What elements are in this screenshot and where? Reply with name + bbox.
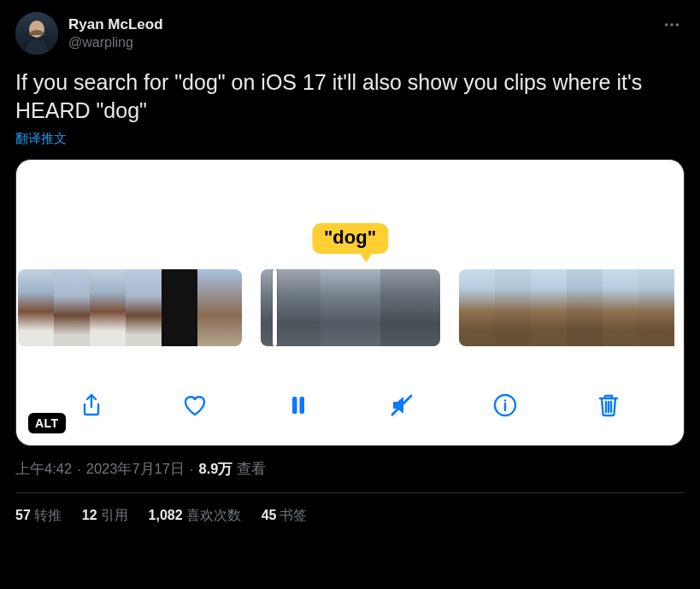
svg-point-4 <box>676 23 679 27</box>
svg-rect-5 <box>292 397 297 414</box>
thumb <box>567 269 603 346</box>
user-handle[interactable]: @warpling <box>68 34 163 50</box>
avatar[interactable] <box>15 12 58 55</box>
svg-point-9 <box>503 399 506 402</box>
pause-icon[interactable] <box>283 390 314 421</box>
likes-stat[interactable]: 1,082喜欢次数 <box>149 507 241 525</box>
thumb <box>18 269 54 346</box>
more-icon[interactable] <box>659 12 685 41</box>
retweets-stat[interactable]: 57转推 <box>15 507 62 525</box>
svg-point-2 <box>665 23 668 27</box>
clip-group-1[interactable] <box>18 269 242 346</box>
svg-point-3 <box>670 23 674 27</box>
svg-rect-6 <box>300 397 305 414</box>
display-name[interactable]: Ryan McLeod <box>68 16 163 33</box>
thumb <box>459 269 495 346</box>
share-icon[interactable] <box>76 390 107 421</box>
stats-row: 57转推 12引用 1,082喜欢次数 45书签 <box>15 493 685 525</box>
tweet-meta: 上午4:42 · 2023年7月17日 · 8.9万 查看 <box>15 460 685 479</box>
thumb <box>495 269 531 346</box>
tweet-time[interactable]: 上午4:42 <box>15 460 72 479</box>
meta-sep: · <box>77 462 81 478</box>
mute-icon[interactable] <box>386 390 417 421</box>
media-toolbar <box>16 380 684 430</box>
tweet-text: If you search for "dog" on iOS 17 it'll … <box>15 68 685 124</box>
thumb <box>603 269 638 346</box>
thumb <box>261 269 321 346</box>
playhead[interactable] <box>273 269 277 346</box>
thumb <box>197 269 242 346</box>
media-card[interactable]: "dog" <box>15 159 685 446</box>
tweet-header: Ryan McLeod @warpling <box>15 12 685 55</box>
thumb <box>126 269 162 346</box>
views-label: 查看 <box>237 461 266 476</box>
tweet-container: Ryan McLeod @warpling If you search for … <box>0 0 700 525</box>
thumb <box>321 269 380 346</box>
clip-group-2[interactable] <box>261 269 440 346</box>
alt-badge[interactable]: ALT <box>28 413 66 433</box>
trash-icon[interactable] <box>593 390 624 421</box>
quotes-stat[interactable]: 12引用 <box>82 507 128 525</box>
meta-sep: · <box>190 462 194 478</box>
views-count: 8.9万 <box>199 461 233 476</box>
thumb <box>531 269 567 346</box>
bookmarks-stat[interactable]: 45书签 <box>262 507 308 525</box>
thumb <box>380 269 440 346</box>
caption-bubble: "dog" <box>312 223 388 254</box>
video-timeline[interactable] <box>16 269 684 346</box>
thumb <box>90 269 126 346</box>
thumb <box>54 269 90 346</box>
thumb <box>638 269 674 346</box>
heart-icon[interactable] <box>179 390 210 421</box>
clip-group-3[interactable] <box>459 269 681 346</box>
info-icon[interactable] <box>490 390 521 421</box>
translate-link[interactable]: 翻译推文 <box>15 131 67 147</box>
tweet-date[interactable]: 2023年7月17日 <box>86 460 185 479</box>
user-block[interactable]: Ryan McLeod @warpling <box>15 12 163 55</box>
thumb <box>162 269 197 346</box>
